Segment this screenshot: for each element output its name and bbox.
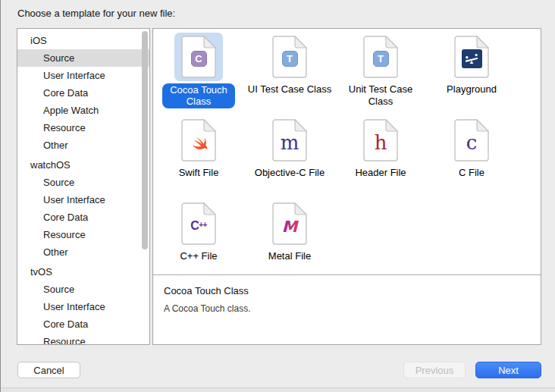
metal-file-icon-box: M — [265, 199, 314, 248]
sidebar-item-watchos-core-data[interactable]: Core Data — [17, 209, 149, 226]
sidebar-group-ios: iOS — [17, 32, 149, 49]
template-playground[interactable]: Playground — [426, 33, 517, 116]
sidebar-item-tvos-user-interface[interactable]: User Interface — [17, 298, 149, 315]
cancel-button[interactable]: Cancel — [17, 362, 80, 378]
sidebar-item-watchos-user-interface[interactable]: User Interface — [17, 191, 149, 209]
sidebar-item-ios-other[interactable]: Other — [17, 136, 149, 154]
template-metal-file[interactable]: MMetal File — [244, 199, 335, 275]
template-label-c-file: C++ File — [156, 250, 241, 262]
next-button[interactable]: Next — [475, 362, 541, 378]
sidebar-item-ios-core-data[interactable]: Core Data — [17, 84, 149, 102]
objective-c-file-icon-box: m — [265, 116, 314, 165]
playground-seesaw-icon — [462, 49, 482, 68]
cpp-letters-icon: C++ — [190, 219, 207, 233]
template-category-sidebar: iOSSourceUser InterfaceCore DataApple Wa… — [17, 28, 150, 345]
sidebar-item-tvos-resource[interactable]: Resource — [17, 333, 149, 345]
template-grid: CCocoa Touch ClassTUI Test Case ClassTUn… — [153, 29, 541, 275]
template-label-c-file: C File — [429, 167, 514, 179]
objective-c-file-file-icon: m — [272, 119, 307, 162]
cocoa-touch-class-icon-box: C — [174, 33, 223, 81]
t-letter-badge-icon: T — [282, 51, 298, 67]
ui-test-case-class-icon-box: T — [265, 33, 314, 81]
template-cocoa-touch-class[interactable]: CCocoa Touch Class — [153, 33, 244, 116]
template-label-metal-file: Metal File — [247, 250, 332, 262]
sidebar-scrollbar[interactable] — [142, 31, 148, 249]
svg-text:M: M — [282, 217, 299, 235]
c-file-file-icon: c — [454, 119, 489, 162]
template-header-file[interactable]: hHeader File — [335, 116, 426, 199]
m-serif-letter-icon: m — [281, 133, 299, 152]
c-file-icon-box: C++ — [174, 199, 223, 248]
header-file-file-icon: h — [363, 119, 398, 162]
header-file-icon-box: h — [356, 116, 405, 165]
swift-file-icon-box — [174, 116, 223, 165]
ui-test-case-class-file-icon: T — [272, 36, 307, 78]
metal-file-file-icon: M — [272, 202, 307, 245]
template-label-swift-file: Swift File — [156, 167, 241, 179]
sidebar-item-ios-resource[interactable]: Resource — [17, 119, 149, 136]
unit-test-case-class-file-icon: T — [363, 36, 398, 78]
template-objective-c-file[interactable]: mObjective-C File — [244, 116, 335, 199]
sidebar-item-tvos-source[interactable]: Source — [17, 281, 149, 298]
sidebar-item-watchos-other[interactable]: Other — [17, 243, 149, 261]
dialog-title: Choose a template for your new file: — [17, 8, 175, 19]
template-ui-test-case-class[interactable]: TUI Test Case Class — [244, 33, 335, 116]
playground-icon-box — [447, 33, 496, 81]
metal-m-icon: M — [280, 216, 299, 236]
swift-file-file-icon — [181, 119, 216, 162]
template-label-playground: Playground — [429, 83, 514, 96]
h-serif-letter-icon: h — [375, 133, 387, 152]
window-bottom-edge — [1, 387, 555, 392]
template-c-file[interactable]: C++C++ File — [153, 199, 244, 275]
sidebar-item-watchos-resource[interactable]: Resource — [17, 226, 149, 243]
template-pane: CCocoa Touch ClassTUI Test Case ClassTUn… — [152, 28, 541, 345]
template-c-file[interactable]: cC File — [426, 116, 517, 199]
template-unit-test-case-class[interactable]: TUnit Test Case Class — [335, 33, 426, 116]
template-description-title: Cocoa Touch Class — [164, 285, 530, 296]
template-label-unit-test-case-class: Unit Test Case Class — [338, 83, 423, 108]
c-file-icon-box: c — [447, 116, 496, 165]
sidebar-item-ios-user-interface[interactable]: User Interface — [17, 67, 149, 84]
template-swift-file[interactable]: Swift File — [153, 116, 244, 199]
template-label-header-file: Header File — [338, 167, 423, 179]
sidebar-item-ios-source[interactable]: Source — [17, 49, 149, 67]
sidebar-list: iOSSourceUser InterfaceCore DataApple Wa… — [17, 29, 149, 345]
playground-file-icon — [454, 36, 489, 78]
sidebar-group-tvos: tvOS — [17, 263, 149, 281]
sidebar-item-watchos-source[interactable]: Source — [17, 174, 149, 191]
c-file-file-icon: C++ — [181, 202, 216, 245]
template-description-text: A Cocoa Touch class. — [164, 303, 530, 314]
sidebar-item-ios-apple-watch[interactable]: Apple Watch — [17, 102, 149, 119]
c-serif-letter-icon: c — [466, 133, 478, 152]
sidebar-group-watchos: watchOS — [17, 156, 149, 174]
unit-test-case-class-icon-box: T — [356, 33, 405, 81]
c-letter-badge-icon: C — [191, 51, 207, 67]
template-label-ui-test-case-class: UI Test Case Class — [247, 83, 332, 96]
swift-bird-icon — [189, 133, 209, 152]
t-letter-badge-icon: T — [373, 51, 389, 67]
sidebar-item-tvos-core-data[interactable]: Core Data — [17, 315, 149, 333]
template-description: Cocoa Touch Class A Cocoa Touch class. — [153, 276, 541, 344]
cocoa-touch-class-file-icon: C — [181, 36, 216, 78]
template-label-objective-c-file: Objective-C File — [247, 167, 332, 179]
previous-button[interactable]: Previous — [403, 362, 466, 378]
template-label-cocoa-touch-class: Cocoa Touch Class — [162, 83, 235, 108]
